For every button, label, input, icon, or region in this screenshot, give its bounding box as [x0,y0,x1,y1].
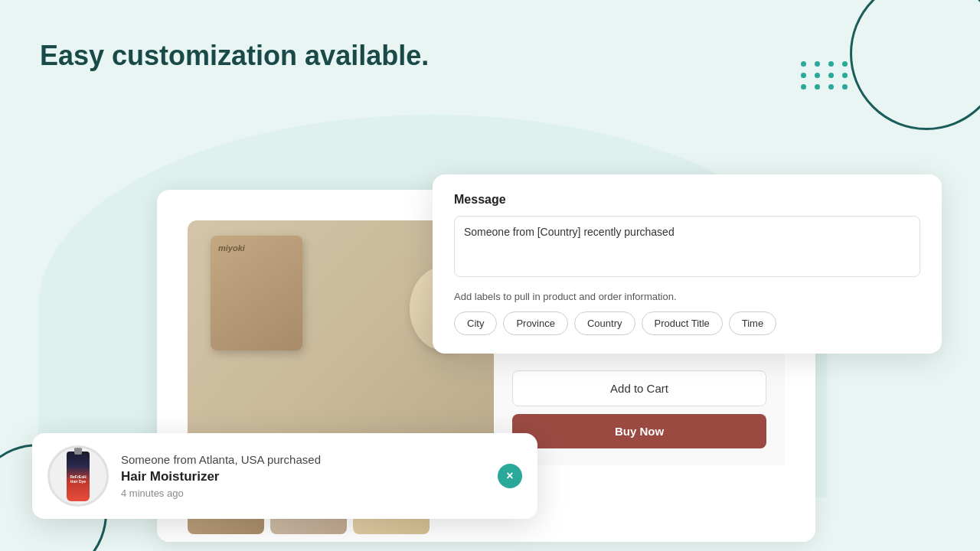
page-heading: Easy customization available. [40,40,429,72]
notification-time: 4 minutes ago [121,487,485,499]
message-textarea[interactable]: Someone from [Country] recently purchase… [454,216,920,277]
message-panel: Message Someone from [Country] recently … [433,174,942,354]
add-to-cart-button[interactable]: Add to Cart [512,370,766,406]
notification-product: Hair Moisturizer [121,469,485,484]
label-tag-province[interactable]: Province [503,311,568,335]
product-brand-label: miyoki [218,243,245,253]
product-tube-icon: ReFrEsHHair Dye [67,452,90,501]
notification-text: Someone from Atlanta, USA purchased Hair… [109,453,498,499]
label-tag-city[interactable]: City [454,311,497,335]
label-tag-product-title[interactable]: Product Title [642,311,723,335]
label-tags-group: City Province Country Product Title Time [454,311,920,335]
notification-popup: ReFrEsHHair Dye Someone from Atlanta, US… [32,433,537,519]
message-panel-title: Message [454,193,920,207]
notification-from: Someone from Atlanta, USA purchased [121,453,485,466]
label-tag-country[interactable]: Country [574,311,635,335]
decorative-circle-top-right [850,0,980,130]
buy-now-button[interactable]: Buy Now [512,414,766,448]
label-tag-time[interactable]: Time [729,311,776,335]
notification-close-button[interactable]: × [498,464,522,488]
decorative-dots [801,61,850,90]
product-tube-label: ReFrEsHHair Dye [68,474,88,484]
label-instruction: Add labels to pull in product and order … [454,291,920,302]
notification-avatar: ReFrEsHHair Dye [47,445,109,507]
